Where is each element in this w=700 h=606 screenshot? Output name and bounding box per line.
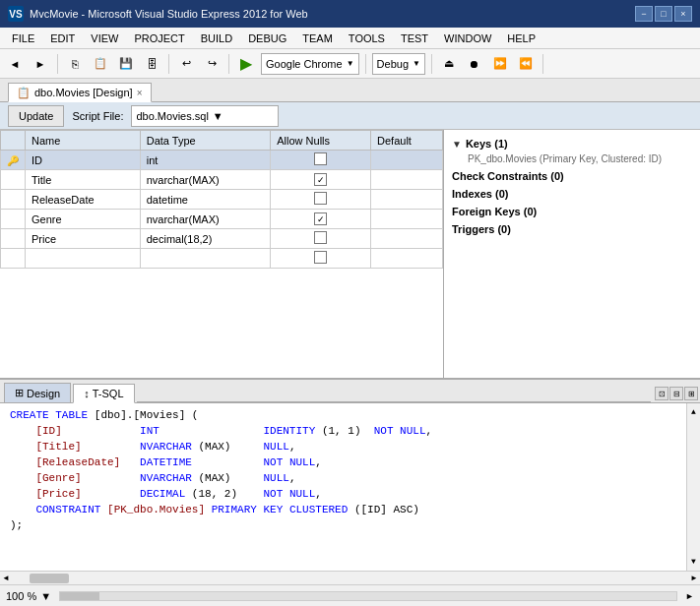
toolbar-btn-extra1[interactable]: ⏏	[438, 53, 460, 75]
menu-test[interactable]: TEST	[393, 30, 436, 46]
check-constraints-label: Check Constraints (0)	[452, 170, 564, 182]
update-button[interactable]: Update	[8, 105, 64, 127]
toolbar-btn-extra4[interactable]: ⏪	[515, 53, 537, 75]
hscroll-left-btn[interactable]: ◄	[2, 574, 10, 582]
save-button[interactable]: 💾	[115, 53, 137, 75]
nulls-checkbox[interactable]	[314, 173, 327, 186]
zoom-dropdown-arrow[interactable]: ▼	[40, 590, 51, 602]
indexes-header[interactable]: Indexes (0)	[452, 188, 692, 200]
toolbar-sep-2	[168, 54, 169, 74]
col-default-cell[interactable]	[371, 170, 443, 190]
hscroll-right[interactable]: ►	[685, 591, 694, 601]
menu-window[interactable]: WINDOW	[436, 30, 499, 46]
col-nulls-cell[interactable]	[271, 229, 371, 249]
col-default-cell[interactable]	[371, 151, 443, 170]
col-nulls-cell[interactable]	[271, 210, 371, 229]
back-button[interactable]: ◄	[4, 53, 26, 75]
col-datatype-cell[interactable]: decimal(18,2)	[140, 229, 271, 249]
copy-button[interactable]: ⎘	[64, 53, 86, 75]
table-row[interactable]: ReleaseDate datetime	[1, 190, 443, 210]
sql-scrollbar[interactable]: ▲ ▼	[686, 403, 700, 571]
col-name-empty[interactable]	[26, 249, 141, 269]
col-nulls-empty[interactable]	[271, 249, 371, 269]
design-bottom-tab[interactable]: ⊞ Design	[4, 383, 71, 402]
browser-dropdown[interactable]: Google Chrome ▼	[261, 53, 359, 75]
hscroll-thumb[interactable]	[30, 574, 69, 583]
pk-text: PK_dbo.Movies (Primary Key, Clustered: I…	[452, 153, 692, 164]
col-nulls-cell[interactable]	[271, 170, 371, 190]
menu-team[interactable]: TEAM	[294, 30, 341, 46]
editor-view-btn-2[interactable]: ⊟	[669, 387, 683, 400]
scroll-down-btn[interactable]: ▼	[690, 553, 697, 571]
col-datatype-cell[interactable]: nvarchar(MAX)	[140, 170, 271, 190]
triggers-header[interactable]: Triggers (0)	[452, 223, 692, 235]
menu-help[interactable]: HELP	[499, 30, 543, 46]
editor-view-btn-3[interactable]: ⊞	[684, 387, 698, 400]
col-name-cell[interactable]: Genre	[26, 210, 141, 229]
minimize-button[interactable]: −	[635, 6, 653, 22]
foreign-keys-header[interactable]: Foreign Keys (0)	[452, 206, 692, 217]
nulls-checkbox[interactable]	[314, 192, 327, 205]
toolbar-btn-extra3[interactable]: ⏩	[489, 53, 511, 75]
window-controls[interactable]: − □ ×	[635, 6, 692, 22]
run-button[interactable]: ▶	[235, 53, 257, 75]
tsql-bottom-tab[interactable]: ↕ T-SQL	[73, 384, 134, 403]
toolbar-sep-5	[431, 54, 432, 74]
col-default-cell[interactable]	[371, 210, 443, 229]
table-row[interactable]: Genre nvarchar(MAX)	[1, 210, 443, 229]
col-default-cell[interactable]	[371, 229, 443, 249]
config-dropdown[interactable]: Debug ▼	[372, 53, 425, 75]
menu-build[interactable]: BUILD	[193, 30, 240, 46]
nulls-checkbox[interactable]	[314, 152, 327, 165]
col-name-cell[interactable]: Price	[26, 229, 141, 249]
browser-label: Google Chrome	[266, 58, 343, 70]
forward-button[interactable]: ►	[30, 53, 51, 75]
menu-tools[interactable]: TOOLS	[341, 30, 393, 46]
toolbar-btn-extra2[interactable]: ⏺	[464, 53, 485, 75]
keys-section: ▼ Keys (1) PK_dbo.Movies (Primary Key, C…	[452, 138, 692, 164]
scroll-up-btn[interactable]: ▲	[690, 403, 697, 421]
nulls-checkbox[interactable]	[314, 212, 327, 225]
maximize-button[interactable]: □	[655, 6, 672, 22]
tab-close-icon[interactable]: ×	[137, 88, 143, 98]
col-default-empty[interactable]	[371, 249, 443, 269]
triggers-label: Triggers (0)	[452, 223, 511, 235]
editor-view-btn-1[interactable]: ⊡	[655, 387, 668, 400]
redo-button[interactable]: ↪	[201, 53, 223, 75]
table-row-empty[interactable]	[1, 249, 443, 269]
col-nulls-cell[interactable]	[271, 151, 371, 170]
menu-edit[interactable]: EDIT	[42, 30, 83, 46]
col-datatype-empty[interactable]	[140, 249, 271, 269]
keys-section-header[interactable]: ▼ Keys (1)	[452, 138, 692, 150]
zoom-value: 100 %	[6, 590, 36, 602]
script-file-dropdown[interactable]: dbo.Movies.sql ▼	[131, 105, 279, 127]
undo-button[interactable]: ↩	[175, 53, 197, 75]
col-nulls-cell[interactable]	[271, 190, 371, 210]
table-row[interactable]: Title nvarchar(MAX)	[1, 170, 443, 190]
hscroll-right-btn[interactable]: ►	[690, 574, 698, 582]
menu-file[interactable]: FILE	[4, 30, 42, 46]
design-tab[interactable]: 📋 dbo.Movies [Design] ×	[8, 83, 152, 102]
check-constraints-header[interactable]: Check Constraints (0)	[452, 170, 692, 182]
table-row[interactable]: Price decimal(18,2)	[1, 229, 443, 249]
col-datatype-cell[interactable]: int	[140, 151, 271, 170]
col-datatype-cell[interactable]: nvarchar(MAX)	[140, 210, 271, 229]
col-name-cell[interactable]: ID	[26, 151, 141, 170]
paste-button[interactable]: 📋	[90, 53, 111, 75]
close-button[interactable]: ×	[674, 6, 692, 22]
nulls-checkbox-empty[interactable]	[314, 251, 327, 264]
menu-project[interactable]: PROJECT	[126, 30, 192, 46]
sql-hscrollbar[interactable]: ◄ ►	[0, 571, 700, 584]
nulls-checkbox[interactable]	[314, 231, 327, 244]
col-default-cell[interactable]	[371, 190, 443, 210]
col-name-cell[interactable]: ReleaseDate	[26, 190, 141, 210]
hscroll-bar[interactable]	[59, 591, 677, 601]
menu-debug[interactable]: DEBUG	[240, 30, 294, 46]
col-name-cell[interactable]: Title	[26, 170, 141, 190]
toolbar-sep-4	[365, 54, 366, 74]
menu-view[interactable]: VIEW	[83, 30, 126, 46]
save-all-button[interactable]: 🗄	[141, 53, 162, 75]
table-row[interactable]: 🔑 ID int	[1, 151, 443, 170]
col-datatype-cell[interactable]: datetime	[140, 190, 271, 210]
sql-editor[interactable]: CREATE TABLE [dbo].[Movies] ( [ID] INT I…	[0, 403, 700, 571]
